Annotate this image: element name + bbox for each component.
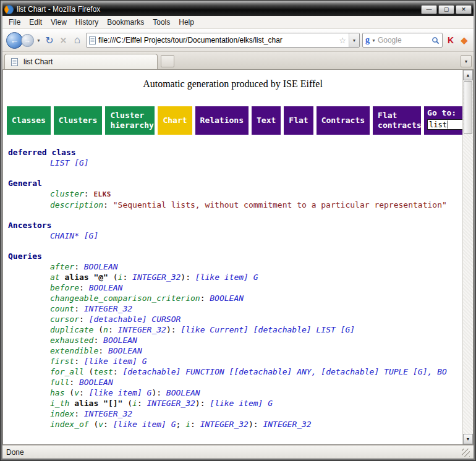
forward-button[interactable]: → <box>21 34 34 47</box>
class-link[interactable]: [like item] G <box>113 420 176 429</box>
doc-section-deferred-class: deferred classLIST [G] <box>8 147 462 168</box>
text-segment: ): <box>195 399 210 408</box>
stop-button[interactable]: ✕ <box>58 36 69 45</box>
class-link[interactable]: INTEGER_32 <box>84 304 132 313</box>
menu-edit[interactable]: Edit <box>25 17 46 28</box>
class-link[interactable]: INTEGER_32 <box>132 273 181 282</box>
text-caret <box>448 121 448 129</box>
doc-line: after: BOOLEAN <box>8 261 462 272</box>
class-link[interactable]: [like item] G <box>210 399 273 408</box>
feature-name: n <box>103 325 108 334</box>
refresh-button[interactable]: ↻ <box>43 35 56 46</box>
doc-line: for_all (test: [detachable] FUNCTION [[d… <box>8 366 462 377</box>
class-link[interactable]: CHAIN* <box>50 231 79 240</box>
class-link[interactable]: INTEGER_32 <box>84 409 132 418</box>
class-link[interactable]: BOOLEAN <box>210 294 244 303</box>
class-link[interactable]: [like item] <box>195 273 249 282</box>
class-link[interactable]: [like item] G <box>89 388 152 397</box>
class-link[interactable]: [detachable] CURSOR <box>89 315 181 324</box>
menu-tools[interactable]: Tools <box>148 17 174 28</box>
vertical-scrollbar[interactable]: ▲ ▼ <box>462 70 473 444</box>
search-placeholder[interactable]: Google <box>378 36 430 44</box>
search-engine-dropdown-icon[interactable]: ▼ <box>372 38 376 43</box>
url-text[interactable]: file:///C:/Eiffel Projects/tour/Document… <box>98 36 336 44</box>
menu-bookmarks[interactable]: Bookmarks <box>103 17 148 28</box>
class-link[interactable]: BOOLEAN <box>108 346 142 355</box>
nav-button-relations[interactable]: Relations <box>195 106 249 135</box>
class-link[interactable]: INTEGER_32 <box>118 325 166 334</box>
firefox-icon <box>4 5 14 14</box>
home-button[interactable]: ⌂ <box>71 34 83 46</box>
text-segment <box>249 273 253 282</box>
tab-list-chart[interactable]: list Chart <box>4 54 158 69</box>
text-segment: ): <box>166 325 181 334</box>
nav-button-contracts[interactable]: Contracts <box>317 106 370 135</box>
class-link[interactable]: INTEGER_32 <box>200 420 249 429</box>
nav-button-clusters[interactable]: Clusters <box>54 106 103 135</box>
location-bar[interactable]: file:///C:/Eiffel Projects/tour/Document… <box>86 33 360 48</box>
alias-text: alias "@" <box>60 273 108 282</box>
nav-button-text[interactable]: Text <box>252 106 281 135</box>
page-title: Automatic generation produced by ISE Eif… <box>3 78 462 90</box>
class-link[interactable]: [like Current] [detachable] LIST [G] <box>181 325 355 334</box>
window-controls: — ▢ ✕ <box>421 5 472 14</box>
content-area: Automatic generation produced by ISE Eif… <box>2 70 474 445</box>
url-dropdown-button[interactable]: ▼ <box>349 33 359 47</box>
class-link[interactable]: BOOLEAN <box>79 378 113 387</box>
menu-view[interactable]: View <box>46 17 71 28</box>
class-link[interactable]: G <box>253 273 258 282</box>
extension-icon-k[interactable]: K <box>445 35 456 45</box>
nav-button-flat-contracts[interactable]: Flat contracts <box>373 106 421 135</box>
scrollbar-thumb[interactable] <box>464 81 472 134</box>
class-link[interactable]: LIST <box>50 158 69 167</box>
back-button[interactable]: ← <box>6 32 23 49</box>
class-link[interactable]: BOOLEAN <box>89 283 123 292</box>
class-link[interactable]: [G] <box>84 231 98 240</box>
feature-name: exhausted <box>50 336 93 345</box>
search-engine-icon[interactable]: g <box>365 36 370 44</box>
nav-button-chart[interactable]: Chart <box>158 106 192 135</box>
nav-button-classes[interactable]: Classes <box>7 106 51 135</box>
cluster-name: ELKS <box>93 190 111 198</box>
feature-name: v <box>98 420 103 429</box>
history-dropdown-icon[interactable]: ▼ <box>36 38 41 43</box>
text-segment: : <box>79 315 89 324</box>
feature-name: first <box>50 357 74 366</box>
search-box[interactable]: g ▼ Google <box>362 33 443 48</box>
scroll-down-button[interactable]: ▼ <box>463 434 473 444</box>
feature-name: description <box>50 200 103 209</box>
class-link[interactable]: INTEGER_32 <box>147 399 195 408</box>
new-tab-button[interactable] <box>161 55 174 67</box>
extension-icon[interactable]: ◆ <box>459 35 470 45</box>
feature-name: i <box>132 399 137 408</box>
class-link[interactable]: BOOLEAN <box>103 336 137 345</box>
bookmark-star-icon[interactable]: ☆ <box>336 36 349 45</box>
goto-button[interactable]: Go to: <box>424 106 462 135</box>
close-button[interactable]: ✕ <box>456 5 472 14</box>
text-segment <box>79 231 84 240</box>
minimize-button[interactable]: — <box>421 5 437 14</box>
feature-name: index_of <box>50 420 89 429</box>
scrollbar-track[interactable] <box>463 80 473 434</box>
maximize-button[interactable]: ▢ <box>438 5 454 14</box>
search-icon[interactable] <box>431 36 440 44</box>
class-link[interactable]: BOOLEAN <box>166 388 200 397</box>
class-link[interactable]: BOOLEAN <box>84 262 118 271</box>
goto-input[interactable] <box>427 119 462 130</box>
menu-file[interactable]: File <box>4 17 25 28</box>
class-link[interactable]: [detachable] FUNCTION [[detachable] ANY,… <box>122 367 446 376</box>
text-segment: : <box>200 294 210 303</box>
class-link[interactable]: [like item] G <box>84 357 147 366</box>
text-segment: : <box>84 189 94 198</box>
scroll-up-button[interactable]: ▲ <box>463 70 473 80</box>
menu-history[interactable]: History <box>71 17 103 28</box>
tab-list-dropdown[interactable]: ▼ <box>461 55 472 67</box>
menu-help[interactable]: Help <box>174 17 198 28</box>
feature-name: full <box>50 378 69 387</box>
doc-line: index_of (v: [like item] G; i: INTEGER_3… <box>8 419 462 429</box>
resize-grip[interactable] <box>462 449 470 457</box>
class-link[interactable]: [G] <box>74 158 88 167</box>
class-link[interactable]: INTEGER_32 <box>263 420 311 429</box>
nav-button-flat[interactable]: Flat <box>284 106 313 135</box>
nav-button-cluster-hierarchy[interactable]: Cluster hierarchy <box>105 106 155 135</box>
